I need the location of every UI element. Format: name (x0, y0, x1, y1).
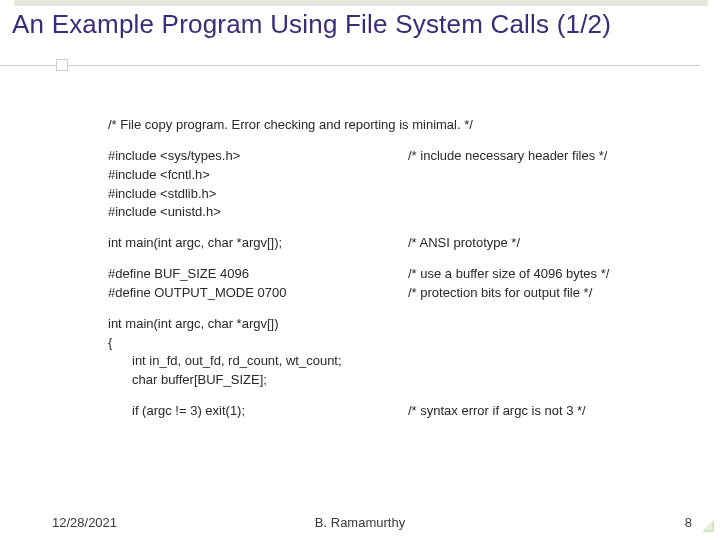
code-line: #include <unistd.h> (108, 203, 408, 222)
code-comment: /* include necessary header files */ (408, 147, 668, 166)
code-line: int in_fd, out_fd, rd_count, wt_count; (108, 352, 408, 371)
corner-fold-icon (700, 518, 714, 532)
title-area: An Example Program Using File System Cal… (0, 0, 720, 47)
code-line: #define BUF_SIZE 4096 (108, 265, 408, 284)
code-comment: /* syntax error if argc is not 3 */ (408, 402, 668, 421)
footer-date: 12/28/2021 (52, 515, 117, 530)
code-line: int main(int argc, char *argv[]) (108, 315, 408, 334)
title-shadow (14, 0, 708, 6)
footer-page-number: 8 (685, 515, 692, 530)
divider-line (0, 65, 700, 66)
divider (0, 59, 720, 73)
code-line: #include <sys/types.h> (108, 147, 408, 166)
code-line: /* File copy program. Error checking and… (108, 116, 408, 135)
code-line: #include <stdlib.h> (108, 185, 408, 204)
footer: 12/28/2021 B. Ramamurthy 8 (0, 515, 720, 530)
code-comment: /* use a buffer size of 4096 bytes */ (408, 265, 668, 284)
code-line: if (argc != 3) exit(1); (108, 402, 408, 421)
code-line: #define OUTPUT_MODE 0700 (108, 284, 408, 303)
slide-title: An Example Program Using File System Cal… (12, 8, 708, 41)
divider-box-icon (56, 59, 68, 71)
code-line: { (108, 334, 408, 353)
code-line: int main(int argc, char *argv[]); (108, 234, 408, 253)
code-comment: /* protection bits for output file */ (408, 284, 668, 303)
code-comment: /* ANSI prototype */ (408, 234, 668, 253)
code-block: /* File copy program. Error checking and… (108, 116, 668, 421)
code-line: #include <fcntl.h> (108, 166, 408, 185)
footer-author: B. Ramamurthy (315, 515, 405, 530)
code-line: char buffer[BUF_SIZE]; (108, 371, 408, 390)
